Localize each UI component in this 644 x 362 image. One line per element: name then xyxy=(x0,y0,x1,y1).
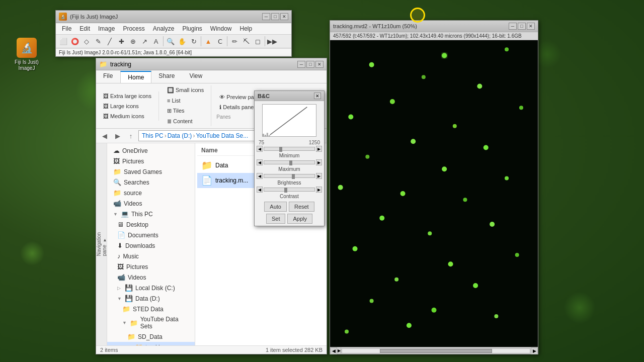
breadcrumb-data-d[interactable]: Data (D:) xyxy=(168,132,192,139)
imagej-minimize-button[interactable]: ─ xyxy=(262,13,270,20)
bc-close-button[interactable]: ✕ xyxy=(314,93,321,99)
menu-window[interactable]: Window xyxy=(206,24,236,33)
btn-large-icons[interactable]: 🖼 Large icons xyxy=(100,102,154,111)
tool-point[interactable]: ✚ xyxy=(116,36,127,47)
nav-item-saved-games[interactable]: 📁 Saved Games xyxy=(107,166,195,177)
tool-oval[interactable]: ⭕ xyxy=(69,36,80,47)
explorer-maximize-button[interactable]: □ xyxy=(306,61,314,68)
nav-item-videos-user[interactable]: 📹 Videos xyxy=(107,198,195,209)
nav-item-desktop[interactable]: 🖥 Desktop xyxy=(107,219,195,230)
maximum-right-arrow[interactable]: ▶ xyxy=(316,159,322,165)
scroll-play-button[interactable]: ▶ xyxy=(337,347,341,354)
bc-auto-button[interactable]: Auto xyxy=(264,202,287,212)
image-close-button[interactable]: ✕ xyxy=(527,23,535,30)
maximum-left-arrow[interactable]: ◀ xyxy=(257,159,263,165)
brightness-slider[interactable] xyxy=(264,174,315,178)
tool-flood[interactable]: ⛏ xyxy=(240,36,252,47)
maximum-slider[interactable] xyxy=(264,160,315,164)
tool-scroll[interactable]: ✋ xyxy=(177,36,188,47)
tab-view[interactable]: View xyxy=(182,70,210,83)
nav-item-source[interactable]: 📁 source xyxy=(107,188,195,198)
tool-multipoint[interactable]: ⊕ xyxy=(127,36,138,47)
back-button[interactable]: ◀ xyxy=(99,130,110,141)
scroll-thumb-h[interactable] xyxy=(380,349,493,353)
tool-polygon[interactable]: ◇ xyxy=(81,36,92,47)
bc-reset-button[interactable]: Reset xyxy=(289,202,314,212)
tool-freehand[interactable]: ✎ xyxy=(93,36,104,47)
tab-home[interactable]: Home xyxy=(120,71,151,83)
maximum-thumb[interactable] xyxy=(289,160,292,165)
nav-item-youtube-data-sets[interactable]: ▼ 📁 YouTube Data Sets xyxy=(107,314,195,331)
scroll-track-h[interactable] xyxy=(342,348,530,353)
tab-file[interactable]: File xyxy=(96,70,120,83)
desktop-icon-imagej[interactable]: 🔬 Fiji Is Just) ImageJ xyxy=(9,38,44,71)
btn-list[interactable]: ≡ List xyxy=(164,96,207,105)
tab-share[interactable]: Share xyxy=(151,70,182,83)
minimum-slider[interactable] xyxy=(264,147,315,151)
image-maximize-button[interactable]: □ xyxy=(518,23,526,30)
menu-process[interactable]: Process xyxy=(119,24,148,33)
nav-item-data-d[interactable]: ▼ 💾 Data (D:) xyxy=(107,293,195,304)
explorer-minimize-button[interactable]: ─ xyxy=(297,61,305,68)
bc-apply-button[interactable]: Apply xyxy=(287,214,312,224)
scroll-left-button[interactable]: ◀ xyxy=(330,347,337,354)
navigation-pane-label[interactable]: Navigationpane ▾ xyxy=(96,232,107,256)
nav-item-music[interactable]: ♪ Music xyxy=(107,251,195,261)
contrast-right-arrow[interactable]: ▶ xyxy=(316,187,322,193)
imagej-close-button[interactable]: ✕ xyxy=(280,13,288,20)
imagej-maximize-button[interactable]: □ xyxy=(271,13,279,20)
tool-eraser[interactable]: ◻ xyxy=(252,36,263,47)
breadcrumb-this-pc[interactable]: This PC xyxy=(142,132,164,139)
nav-item-videos[interactable]: 📹 Videos xyxy=(107,272,195,283)
nav-item-documents[interactable]: 📄 Documents xyxy=(107,230,195,240)
tool-rect[interactable]: ⬜ xyxy=(58,36,69,47)
up-button[interactable]: ↑ xyxy=(125,130,136,141)
bc-set-button[interactable]: Set xyxy=(266,214,286,224)
nav-item-pictures[interactable]: 🖼 Pictures xyxy=(107,156,195,166)
brightness-thumb[interactable] xyxy=(292,174,295,179)
tool-line[interactable]: ╱ xyxy=(104,36,115,47)
brightness-right-arrow[interactable]: ▶ xyxy=(316,173,322,179)
image-minimize-button[interactable]: ─ xyxy=(509,23,517,30)
nav-item-onedrive[interactable]: ☁ OneDrive xyxy=(107,145,195,156)
nav-item-tracking[interactable]: ▼ 📁 tracking xyxy=(107,342,195,345)
forward-button[interactable]: ▶ xyxy=(112,130,123,141)
tool-text[interactable]: A xyxy=(150,36,162,47)
tool-rotate[interactable]: ↻ xyxy=(188,36,199,47)
contrast-slider[interactable] xyxy=(264,188,315,192)
nav-item-local-disk-c[interactable]: ▷ 💾 Local Disk (C:) xyxy=(107,283,195,293)
scroll-right-button[interactable]: ▶ xyxy=(531,347,538,354)
nav-item-downloads[interactable]: ⬇ Downloads xyxy=(107,240,195,251)
tool-wand[interactable]: ↗ xyxy=(139,36,150,47)
tool-color[interactable]: ▲ xyxy=(203,36,214,47)
menu-image[interactable]: Image xyxy=(94,24,119,33)
tool-zoom[interactable]: 🔍 xyxy=(165,36,176,47)
explorer-close-button[interactable]: ✕ xyxy=(315,61,324,68)
menu-plugins[interactable]: Plugins xyxy=(178,24,206,33)
contrast-thumb[interactable] xyxy=(284,188,287,193)
nav-item-this-pc[interactable]: ▼ 💻 This PC xyxy=(107,209,195,219)
menu-file[interactable]: File xyxy=(58,24,75,33)
nav-item-pictures2[interactable]: 🖼 Pictures xyxy=(107,261,195,272)
nav-item-sd-data[interactable]: 📁 SD_Data xyxy=(107,331,195,342)
btn-content[interactable]: ≣ Content xyxy=(164,117,207,126)
image-canvas[interactable] xyxy=(330,40,538,347)
menu-help[interactable]: Help xyxy=(236,24,257,33)
menu-edit[interactable]: Edit xyxy=(75,24,94,33)
btn-extra-large-icons[interactable]: 🖼 Extra large icons xyxy=(100,92,154,101)
minimum-left-arrow[interactable]: ◀ xyxy=(257,146,263,152)
tool-pencil[interactable]: ✏ xyxy=(229,36,240,47)
nav-item-searches[interactable]: 🔍 Searches xyxy=(107,177,195,188)
breadcrumb-youtube[interactable]: YouTube Data Se... xyxy=(196,132,248,139)
nav-item-sted-data[interactable]: 📁 STED Data xyxy=(107,304,195,314)
brightness-left-arrow[interactable]: ◀ xyxy=(257,173,263,179)
btn-small-icons[interactable]: 🔲 Small icons xyxy=(164,85,207,95)
btn-tiles[interactable]: ⊞ Tiles xyxy=(164,106,207,116)
tool-lut[interactable]: Ⅽ xyxy=(214,36,225,47)
contrast-left-arrow[interactable]: ◀ xyxy=(257,187,263,193)
menu-analyze[interactable]: Analyze xyxy=(149,24,179,33)
minimum-thumb[interactable] xyxy=(279,147,282,152)
tool-extra[interactable]: ▶▶ xyxy=(267,36,278,47)
minimum-right-arrow[interactable]: ▶ xyxy=(316,146,322,152)
btn-medium-icons[interactable]: 🖼 Medium icons xyxy=(100,112,154,121)
